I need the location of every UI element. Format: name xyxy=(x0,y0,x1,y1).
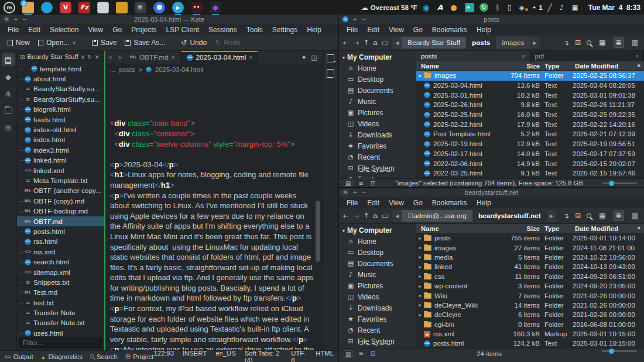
minimize-button[interactable]: − xyxy=(361,16,365,22)
tray-icon[interactable]: Overcast 58 °F xyxy=(361,4,417,12)
statusbar-value[interactable]: UTF-8 xyxy=(291,350,307,362)
tree-file-item[interactable]: posts.html xyxy=(17,226,104,236)
sidebar-header[interactable]: ▾ My Computer xyxy=(339,52,416,63)
column-type[interactable]: Type xyxy=(542,63,570,70)
compact-view-icon[interactable]: ▥ xyxy=(630,211,640,220)
kate-titlebar[interactable]: 2025-03-04.html — Kate × + − xyxy=(0,15,338,24)
sidebar-place-item[interactable]: Desktop xyxy=(339,247,416,258)
sidebar-toggle-icon[interactable]: ▤ xyxy=(344,180,352,187)
sidebar-place-item[interactable]: Music xyxy=(339,96,416,107)
new-document-icon[interactable] xyxy=(327,54,334,63)
expand-arrow-icon[interactable] xyxy=(416,73,424,78)
taskbar-app-icon[interactable] xyxy=(41,2,53,13)
filter-input[interactable]: Filter... xyxy=(19,337,102,348)
tree-file-item[interactable]: Test.md xyxy=(17,288,104,298)
expand-arrow-icon[interactable] xyxy=(416,245,424,250)
home-icon[interactable]: ⌂ xyxy=(373,212,378,220)
tree-file-item[interactable]: Transfer Note.txt xyxy=(17,318,104,328)
statusbar-value[interactable]: Soft Tabs: 2 (4) xyxy=(245,350,283,362)
file-row[interactable]: 2025-03-04.html 13.6 kB Text 2025-03-04 … xyxy=(416,81,644,91)
menu-item[interactable]: View xyxy=(84,25,107,35)
menu-item[interactable]: Settings xyxy=(268,25,302,35)
menu-item[interactable]: File xyxy=(342,198,362,208)
editor-tab[interactable]: OBTF.md × xyxy=(125,51,181,64)
file-row[interactable]: media 5 items Folder 2024-10-22 10:56:00 xyxy=(416,253,644,262)
tree-file-item[interactable]: Meta Template.txt xyxy=(17,175,104,185)
tray-icon[interactable] xyxy=(479,3,491,12)
tree-file-item[interactable]: BeardyStarStuffy.su... xyxy=(17,84,104,94)
back-icon[interactable]: ← xyxy=(343,212,349,220)
tray-icon[interactable] xyxy=(519,4,526,12)
expand-arrow-icon[interactable] xyxy=(416,312,424,318)
expand-arrow-icon[interactable] xyxy=(416,274,424,279)
tree-file-item[interactable]: Snippets.txt xyxy=(17,277,104,287)
expand-arrow-icon[interactable] xyxy=(416,264,424,270)
menu-item[interactable]: Go xyxy=(409,25,427,35)
tree-file-item[interactable]: uses.html xyxy=(17,328,104,336)
menu-item[interactable]: Edit xyxy=(363,198,383,208)
close-button[interactable]: × xyxy=(342,189,348,195)
tab-forward-icon[interactable]: > xyxy=(118,54,121,61)
open-button[interactable]: Open...∨ xyxy=(35,37,79,48)
forward-icon[interactable]: → xyxy=(353,39,359,47)
menu-item[interactable]: Go xyxy=(108,25,126,35)
sidebar-place-item[interactable]: Music xyxy=(339,269,416,280)
project-panel-icon[interactable]: ⊞ xyxy=(2,121,15,134)
statusbar-value[interactable]: 122:93 xyxy=(153,350,174,362)
split-view-icon[interactable]: ⊡ xyxy=(369,350,376,357)
desktop-icon[interactable]: ▭ xyxy=(382,212,388,220)
expand-arrow-icon[interactable] xyxy=(416,293,424,298)
new-button[interactable]: New xyxy=(5,37,33,48)
new-folder-icon[interactable]: ⊞ xyxy=(575,212,581,220)
open-document-icon[interactable] xyxy=(327,69,334,78)
statusbar-panel-toggle[interactable]: Project xyxy=(125,353,154,360)
editor-viewport[interactable]: <div class="main band"> <div class="cont… xyxy=(105,75,322,350)
expand-arrow-icon[interactable] xyxy=(416,302,424,308)
breadcrumb-overflow[interactable]: ... xyxy=(110,66,115,73)
menu-item[interactable]: Tools xyxy=(242,25,267,35)
menu-item[interactable]: Sessions xyxy=(204,25,241,35)
path-scroll-left-icon[interactable]: ◀ xyxy=(392,210,402,222)
tray-icon[interactable] xyxy=(496,4,502,12)
sidebar-place-item[interactable]: Desktop xyxy=(339,74,416,85)
path-scroll-right-icon[interactable]: ▶ xyxy=(530,37,539,49)
fm-titlebar[interactable]: beardystarstuff.net × + − xyxy=(339,188,644,197)
tab-close-icon[interactable]: × xyxy=(522,53,525,60)
icon-view-icon[interactable]: ▦ xyxy=(597,211,607,220)
tray-icon[interactable] xyxy=(437,4,445,12)
up-icon[interactable]: ↑ xyxy=(363,212,369,220)
expand-arrow-icon[interactable] xyxy=(416,236,424,241)
sidebar-place-item[interactable]: Documents xyxy=(339,258,416,269)
file-row[interactable]: wp-content 3 items Folder 2024-09-20 23:… xyxy=(416,281,644,291)
quick-open-icon[interactable]: ✦ xyxy=(301,54,306,61)
tree-file-item[interactable]: test.txt xyxy=(17,298,104,308)
column-date[interactable]: Date Modified▲ xyxy=(570,63,644,70)
sidebar-place-item[interactable]: Home xyxy=(339,63,416,74)
menu-item[interactable]: Help xyxy=(472,198,495,208)
path-segment[interactable]: Beardy Star Stuff xyxy=(402,37,466,49)
taskbar-app-icon[interactable]: 2 xyxy=(22,2,34,13)
zoom-slider[interactable] xyxy=(602,182,637,184)
sidebar-place-item[interactable]: Pictures xyxy=(339,107,416,118)
redo-button[interactable]: ↻Redo xyxy=(212,37,244,48)
sidebar-toggle-icon[interactable]: ▤ xyxy=(344,350,352,358)
file-row[interactable]: 2022-03-25.html 9.1 kB Text 2025-02-15 1… xyxy=(416,168,644,178)
file-row[interactable]: posts.html 124.2 kB Text 2025-03-01 10:1… xyxy=(416,339,644,348)
sidebar-place-item[interactable]: Recent xyxy=(339,151,416,163)
tree-file-item[interactable]: Transfer Note xyxy=(17,308,104,318)
taskbar-app-icon[interactable] xyxy=(135,2,146,13)
menu-item[interactable]: View xyxy=(385,198,408,208)
project-header[interactable]: ⊞ Beardy Star Stuff ∨ ↻ × xyxy=(17,51,104,63)
file-row[interactable]: 2025-02-25.html 16.0 kB Text 2025-02-25 … xyxy=(416,110,644,120)
tab-close-icon[interactable]: × xyxy=(172,54,175,61)
tree-file-item[interactable]: index3.html xyxy=(17,145,104,155)
close-icon[interactable]: × xyxy=(94,54,99,60)
taskbar-app-icon[interactable]: ◆ xyxy=(210,2,221,13)
reload-icon[interactable]: ↻ xyxy=(87,54,92,60)
tree-file-item[interactable]: template.html xyxy=(17,64,104,74)
statusbar-value[interactable]: HTML xyxy=(316,350,334,362)
sidebar-header[interactable]: ▾ My Computer xyxy=(339,225,416,236)
tree-file-item[interactable]: OBTF (another copy... xyxy=(17,186,104,196)
sidebar-place-item[interactable]: File System xyxy=(339,336,416,347)
tray-icon[interactable] xyxy=(465,3,474,12)
